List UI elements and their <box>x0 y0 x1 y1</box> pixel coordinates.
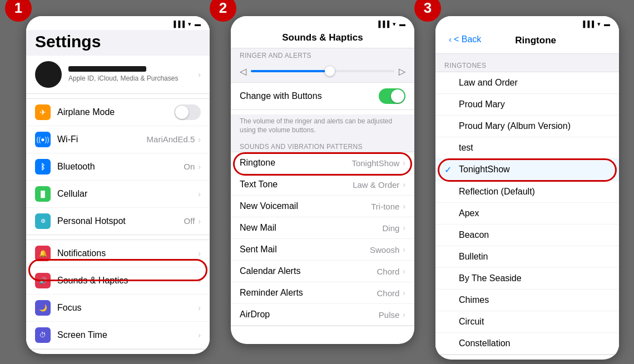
ringtone-item-3[interactable]: test <box>435 137 619 159</box>
ringtone-item-6[interactable]: Apex <box>435 203 619 225</box>
back-button[interactable]: ‹ < Back <box>440 32 490 49</box>
ringtone-item-10[interactable]: Chimes <box>435 290 619 311</box>
battery-icon-3: ▬ <box>604 21 610 27</box>
new-mail-row[interactable]: New Mail Ding › <box>231 217 414 239</box>
change-with-buttons-row[interactable]: Change with Buttons <box>231 83 414 109</box>
cellular-chevron: › <box>198 190 201 198</box>
phone-frame-2: ▐▐▐ ▾ ▬ Sounds & Haptics RINGER AND ALER… <box>231 16 414 344</box>
ringtone-name-9: By The Seaside <box>459 273 522 283</box>
phone-frame-3: ▐▐▐ ▾ ▬ ‹ < Back Ringtone RINGTONES <box>435 16 619 360</box>
ringtone-name-5: Reflection (Default) <box>459 187 535 197</box>
focus-icon: 🌙 <box>35 300 51 316</box>
ringtone-value: TonightShow <box>351 158 399 168</box>
wifi-icon: ((●)) <box>35 132 51 147</box>
new-voicemail-label: New Voicemail <box>240 201 371 211</box>
profile-text: Apple ID, iCloud, Media & Purchases <box>68 66 191 82</box>
settings-title: Settings <box>26 32 210 56</box>
ringtone-item-5[interactable]: Reflection (Default) <box>435 181 619 203</box>
notifications-chevron: › <box>198 249 201 258</box>
ringtone-name-3: test <box>459 143 473 153</box>
calendar-alerts-row[interactable]: Calendar Alerts Chord › <box>231 261 414 282</box>
text-tone-chevron: › <box>403 180 405 189</box>
sounds-haptics-screen-title: Sounds & Haptics <box>231 30 414 48</box>
sounds-list: Ringtone TonightShow › Text Tone Law & O… <box>231 152 414 326</box>
volume-slider-track[interactable] <box>251 70 394 72</box>
status-bar-1: ▐▐▐ ▾ ▬ <box>26 16 210 30</box>
change-with-buttons-section: Change with Buttons <box>231 82 414 110</box>
airdrop-chevron: › <box>403 310 405 319</box>
change-with-buttons-toggle[interactable] <box>379 88 405 104</box>
wifi-row[interactable]: ((●)) Wi-Fi MariAndEd.5 › <box>26 126 210 153</box>
new-voicemail-row[interactable]: New Voicemail Tri-tone › <box>231 196 414 217</box>
bluetooth-row[interactable]: ᛒ Bluetooth On › <box>26 153 210 181</box>
wifi-status-icon: ▾ <box>188 21 191 28</box>
phone-frame-1: ▐▐▐ ▾ ▬ Settings Apple ID, iCloud, Media… <box>26 16 210 354</box>
text-tone-label: Text Tone <box>240 179 353 190</box>
ringtone-item-12[interactable]: Constellation <box>435 333 619 355</box>
profile-row[interactable]: Apple ID, iCloud, Media & Purchases › <box>26 56 210 94</box>
ringer-alerts-section: RINGER AND ALERTS ◁ ▷ <box>231 48 414 82</box>
phone-2-wrapper: 2 ▐▐▐ ▾ ▬ Sounds & Haptics RINGER AND AL… <box>220 5 414 344</box>
screen-time-row[interactable]: ⏱ Screen Time › <box>26 322 210 349</box>
slider-thumb[interactable] <box>325 66 335 76</box>
airplane-toggle[interactable] <box>174 104 201 120</box>
ringer-alerts-header: RINGER AND ALERTS <box>231 48 414 61</box>
airplane-mode-row[interactable]: ✈ Airplane Mode <box>26 99 210 126</box>
slider-fill <box>251 70 330 72</box>
ringtone-item-4[interactable]: ✓ TonightShow <box>435 159 619 181</box>
volume-low-icon: ◁ <box>240 66 246 77</box>
cellular-row[interactable]: ▐▌ Cellular › <box>26 181 210 208</box>
ringtone-name-2: Proud Mary (Album Version) <box>459 121 571 131</box>
ringtone-item-8[interactable]: Bulletin <box>435 246 619 268</box>
sounds-vibration-header: SOUNDS AND VIBRATION PATTERNS <box>231 139 414 152</box>
ringtone-item-11[interactable]: Circuit <box>435 311 619 333</box>
ringtone-item-2[interactable]: Proud Mary (Album Version) <box>435 116 619 137</box>
ringtone-screen-title: Ringtone <box>490 35 581 46</box>
avatar <box>35 61 62 88</box>
sent-mail-row[interactable]: Sent Mail Swoosh › <box>231 239 414 261</box>
new-voicemail-chevron: › <box>403 202 405 211</box>
profile-subtext: Apple ID, iCloud, Media & Purchases <box>68 74 191 82</box>
ringtone-item-7[interactable]: Beacon <box>435 225 619 246</box>
personal-hotspot-row[interactable]: ⊕ Personal Hotspot Off › <box>26 208 210 235</box>
ringtone-item-1[interactable]: Proud Mary <box>435 94 619 116</box>
ringtone-name-12: Constellation <box>459 338 511 348</box>
new-mail-label: New Mail <box>240 223 382 233</box>
calendar-alerts-chevron: › <box>403 267 405 276</box>
airdrop-value: Pulse <box>379 310 400 320</box>
airdrop-row[interactable]: AirDrop Pulse › <box>231 304 414 326</box>
text-tone-value: Law & Order <box>353 180 399 190</box>
focus-chevron: › <box>198 303 201 312</box>
ringtone-name-10: Chimes <box>459 295 489 305</box>
notifications-row[interactable]: 🔔 Notifications › <box>26 240 210 267</box>
sounds-haptics-icon: 🔊 <box>35 273 51 288</box>
ringtone-chevron: › <box>403 158 405 167</box>
reminder-alerts-chevron: › <box>403 288 405 297</box>
bluetooth-value: On <box>184 162 195 171</box>
focus-row[interactable]: 🌙 Focus › <box>26 295 210 322</box>
profile-name-redacted <box>68 66 146 72</box>
ringtone-row[interactable]: Ringtone TonightShow › <box>231 152 414 174</box>
ringtone-item-0[interactable]: Law and Order <box>435 72 619 94</box>
ringtone-item-9[interactable]: By The Seaside <box>435 268 619 290</box>
back-label: < Back <box>454 34 481 44</box>
reminder-alerts-row[interactable]: Reminder Alerts Chord › <box>231 282 414 304</box>
reminder-alerts-value: Chord <box>377 288 399 298</box>
bluetooth-label: Bluetooth <box>57 162 184 172</box>
personal-hotspot-value: Off <box>184 216 195 226</box>
notifications-section: 🔔 Notifications › 🔊 Sounds & Haptics › 🌙… <box>26 240 210 350</box>
network-section: ✈ Airplane Mode ((●)) Wi-Fi MariAndEd.5 … <box>26 98 210 235</box>
text-tone-row[interactable]: Text Tone Law & Order › <box>231 174 414 196</box>
volume-slider-row[interactable]: ◁ ▷ <box>231 61 414 82</box>
focus-label: Focus <box>57 303 198 313</box>
sounds-haptics-row[interactable]: 🔊 Sounds & Haptics › <box>26 267 210 295</box>
wifi-value: MariAndEd.5 <box>147 134 195 144</box>
volume-high-icon: ▷ <box>399 66 405 77</box>
ringtone-name-4: TonightShow <box>459 164 510 174</box>
signal-icon-2: ▐▐▐ <box>377 21 389 27</box>
wifi-status-icon-2: ▾ <box>393 21 396 28</box>
step-badge-3: 3 <box>414 0 441 22</box>
ringtone-name-1: Proud Mary <box>459 99 505 109</box>
reminder-alerts-label: Reminder Alerts <box>240 288 377 298</box>
airplane-mode-label: Airplane Mode <box>57 107 174 117</box>
